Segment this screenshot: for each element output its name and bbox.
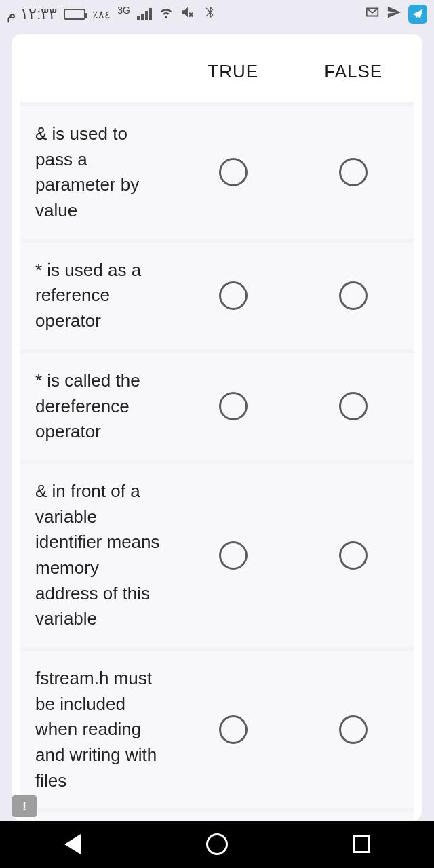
question-text: * is used as a reference operator xyxy=(20,258,173,334)
exclaim-icon: ! xyxy=(22,800,26,814)
send-icon xyxy=(387,5,401,24)
radio-false[interactable] xyxy=(339,158,368,186)
header-true: TRUE xyxy=(173,61,294,82)
question-row: & in front of a variable identifier mean… xyxy=(20,460,414,647)
radio-false[interactable] xyxy=(339,541,368,570)
question-row: & is used to pass a parameter by value xyxy=(20,102,414,239)
battery-percent: ٪٨٤ xyxy=(92,8,111,21)
bluetooth-icon xyxy=(202,5,217,24)
question-text: & is used to pass a parameter by value xyxy=(20,121,173,224)
feedback-button[interactable]: ! xyxy=(12,795,37,817)
network-label: 3G xyxy=(117,5,130,16)
radio-true[interactable] xyxy=(219,392,248,420)
battery-icon xyxy=(64,9,85,20)
column-headers: TRUE FALSE xyxy=(20,46,414,102)
radio-false[interactable] xyxy=(339,392,368,420)
radio-true[interactable] xyxy=(219,281,248,310)
nav-back-button[interactable] xyxy=(59,831,86,858)
question-text: fstream.h must be included when reading … xyxy=(20,666,173,793)
mute-icon xyxy=(180,5,195,24)
radio-false[interactable] xyxy=(339,715,368,744)
question-row: ios::app xyxy=(20,808,414,821)
question-row: fstream.h must be included when reading … xyxy=(20,647,414,808)
status-bar: ١٢:٣٣ م ٪٨٤ 3G xyxy=(0,0,434,28)
radio-true[interactable] xyxy=(219,541,248,570)
telegram-icon xyxy=(408,5,427,24)
question-row: * is used as a reference operator xyxy=(20,239,414,349)
radio-false[interactable] xyxy=(339,281,368,310)
wifi-icon xyxy=(159,5,174,24)
question-text: & in front of a variable identifier mean… xyxy=(20,479,173,632)
question-row: * is called the dereference operator xyxy=(20,349,414,460)
signal-bars-icon xyxy=(137,8,152,20)
status-clock: ١٢:٣٣ م xyxy=(7,5,57,23)
android-navbar xyxy=(0,821,434,868)
header-false: FALSE xyxy=(294,61,414,82)
radio-true[interactable] xyxy=(219,158,248,186)
gmail-icon xyxy=(365,5,380,24)
status-right xyxy=(365,5,427,24)
radio-true[interactable] xyxy=(219,715,248,744)
question-card: TRUE FALSE & is used to pass a parameter… xyxy=(12,34,422,821)
nav-home-button[interactable] xyxy=(203,831,231,858)
nav-recent-button[interactable] xyxy=(348,831,375,858)
status-left: ١٢:٣٣ م ٪٨٤ 3G xyxy=(7,5,217,24)
page-wrap: TRUE FALSE & is used to pass a parameter… xyxy=(0,28,434,821)
question-text: * is called the dereference operator xyxy=(20,368,173,445)
